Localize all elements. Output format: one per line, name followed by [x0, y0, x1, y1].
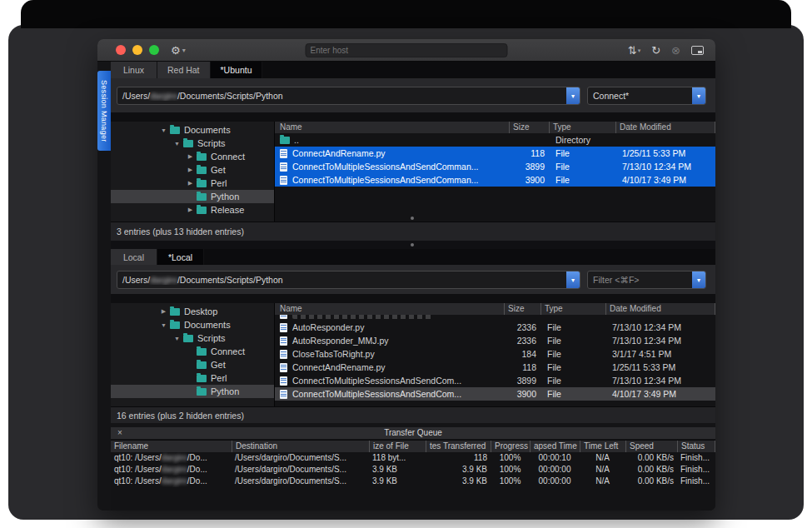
- folder-icon: [197, 388, 207, 396]
- remote-folder-tree: ▼Documents▼Scripts▶Connect▶Get▶PerlPytho…: [111, 122, 275, 222]
- session-tab-2-ubuntu[interactable]: *Ubuntu: [211, 62, 263, 78]
- path-prefix: /Users/: [122, 91, 150, 101]
- tree-item-desktop[interactable]: ▶Desktop: [111, 305, 274, 318]
- chevron-right-icon[interactable]: ▶: [186, 167, 195, 173]
- filename-prefix: qt10: /Users/: [114, 465, 162, 474]
- session-tab-0-linux[interactable]: Linux: [111, 62, 157, 78]
- file-row-connectandrename-py[interactable]: ConnectAndRename.py118File1/25/11 5:33 P…: [275, 361, 715, 374]
- disconnect-button[interactable]: ⊗: [671, 44, 680, 57]
- tree-item-get[interactable]: Get: [111, 358, 274, 371]
- file-date: 7/13/10 12:34 PM: [615, 162, 715, 172]
- file-row-connecttomultiplesessionsandsendcom[interactable]: ConnectToMultipleSessionsAndSendCom...38…: [275, 374, 715, 387]
- path-dropdown-button[interactable]: ▾: [566, 87, 580, 104]
- file-name-cell: ConnectToMultipleSessionsAndSendComman..…: [275, 175, 509, 185]
- file-row-connecttomultiplesessionsandsendcomman[interactable]: ConnectToMultipleSessionsAndSendComman..…: [275, 160, 715, 173]
- column-header-name[interactable]: Name: [275, 303, 504, 315]
- tree-item-perl[interactable]: ▶Perl: [111, 177, 274, 190]
- settings-menu-button[interactable]: ⚙ ▾: [171, 44, 186, 57]
- column-header-type[interactable]: Type: [549, 122, 615, 133]
- session-tab-1-red-hat[interactable]: Red Hat: [157, 62, 211, 78]
- transfer-queue-row[interactable]: qt10: /Users/dargiro/Do.../Users/dargiro…: [111, 464, 715, 476]
- filter-input[interactable]: Filter <⌘F> ▾: [587, 271, 706, 289]
- tree-item-perl[interactable]: Perl: [111, 371, 274, 385]
- queue-column-header-ize-of-file[interactable]: ize of File: [369, 441, 426, 452]
- column-header-size[interactable]: Size: [509, 122, 549, 133]
- column-header-type[interactable]: Type: [541, 303, 605, 315]
- connect-dropdown[interactable]: Connect* ▾: [587, 87, 706, 105]
- queue-filename: qt10: /Users/dargiro/Do...: [111, 476, 232, 487]
- tree-item-python[interactable]: Python: [111, 385, 274, 398]
- folder-icon: [170, 127, 180, 134]
- file-row-autoresponder-mmj-py[interactable]: AutoResponder_MMJ.py2336File7/13/10 12:3…: [275, 334, 715, 347]
- queue-size-of-file: 3.9 KB: [369, 464, 426, 476]
- tree-item-connect[interactable]: Connect: [111, 345, 274, 358]
- path-dropdown-button[interactable]: ▾: [566, 271, 580, 288]
- enter-host-input[interactable]: [306, 43, 508, 57]
- tree-item-documents[interactable]: ▼Documents: [111, 318, 274, 331]
- chevron-down-icon[interactable]: ▼: [172, 336, 182, 341]
- column-header-date-modified[interactable]: Date Modified: [605, 303, 715, 315]
- partially-scrolled-row[interactable]: [275, 315, 715, 321]
- sync-button[interactable]: ↻: [651, 44, 660, 57]
- transfer-queue-row[interactable]: qt10: /Users/dargiro/Do.../Users/dargiro…: [111, 452, 715, 464]
- column-header-name[interactable]: Name: [275, 122, 509, 133]
- chevron-down-icon[interactable]: ▼: [159, 322, 168, 328]
- file-size: 2336: [504, 336, 541, 346]
- queue-column-header-progress[interactable]: Progress: [491, 441, 530, 452]
- queue-column-header-status[interactable]: Status: [677, 441, 715, 452]
- tree-item-scripts[interactable]: ▼Scripts: [111, 331, 274, 345]
- queue-column-header-destination[interactable]: Destination: [232, 441, 369, 452]
- close-window-button[interactable]: [116, 45, 126, 55]
- connect-dropdown-button[interactable]: ▾: [692, 87, 705, 104]
- session-manager-tab[interactable]: Session Manager: [97, 71, 111, 151]
- column-header-size[interactable]: Size: [504, 303, 541, 315]
- blurred-username: dargiro: [150, 91, 177, 101]
- filter-dropdown-button[interactable]: ▾: [692, 271, 705, 288]
- queue-size-of-file: 118 byt...: [369, 452, 426, 464]
- tree-item-release[interactable]: ▶Release: [111, 203, 274, 217]
- remote-file-rows: ..DirectoryConnectAndRename.py118File1/2…: [275, 133, 715, 187]
- chevron-right-icon[interactable]: ▶: [186, 180, 195, 187]
- queue-column-header-apsed-time[interactable]: apsed Time: [530, 441, 580, 452]
- local-path-input[interactable]: /Users/dargiro/Documents/Scripts/Python …: [117, 271, 580, 289]
- column-header-date-modified[interactable]: Date Modified: [615, 122, 715, 133]
- file-row-connecttomultiplesessionsandsendcomman[interactable]: ConnectToMultipleSessionsAndSendComman..…: [275, 173, 715, 187]
- transfer-queue-row[interactable]: qt10: /Users/dargiro/Do.../Users/dargiro…: [111, 476, 715, 487]
- zoom-window-button[interactable]: [149, 45, 159, 55]
- minimize-window-button[interactable]: [132, 45, 142, 55]
- file-size: 3899: [504, 376, 541, 386]
- queue-progress: 100%: [491, 476, 530, 487]
- close-icon[interactable]: ×: [117, 427, 122, 439]
- remote-file-list-header: NameSizeTypeDate Modified: [275, 122, 715, 133]
- chevron-down-icon[interactable]: ▼: [159, 127, 168, 133]
- local-tab-1-local[interactable]: *Local: [157, 249, 204, 265]
- tree-item-scripts[interactable]: ▼Scripts: [111, 137, 274, 150]
- file-row-closetabstoright-py[interactable]: CloseTabsToRight.py184File3/1/17 4:51 PM: [275, 347, 715, 361]
- file-name: ..: [294, 135, 299, 145]
- chevron-down-icon[interactable]: ▼: [172, 141, 182, 147]
- remote-path-input[interactable]: /Users/dargiro/Documents/Scripts/Python …: [117, 87, 580, 105]
- file-row-autoresponder-py[interactable]: AutoResponder.py2336File7/13/10 12:34 PM: [275, 321, 715, 334]
- blurred-username: dargiro: [162, 476, 187, 486]
- queue-bytes-transferred: 3.9 KB: [426, 476, 491, 487]
- local-tab-0-local[interactable]: Local: [111, 249, 157, 265]
- file-row-connecttomultiplesessionsandsendcom[interactable]: ConnectToMultipleSessionsAndSendCom...39…: [275, 387, 715, 401]
- file-row-connectandrename-py[interactable]: ConnectAndRename.py118File1/25/11 5:33 P…: [275, 147, 715, 160]
- chevron-right-icon[interactable]: ▶: [186, 153, 195, 160]
- tree-item-documents[interactable]: ▼Documents: [111, 123, 274, 137]
- file-name: ConnectToMultipleSessionsAndSendComman..…: [292, 175, 479, 185]
- console-button[interactable]: [691, 46, 704, 55]
- transfer-toggle-button[interactable]: ⇅▾: [628, 44, 640, 57]
- queue-column-header-filename[interactable]: Filename: [111, 441, 232, 452]
- tree-item-connect[interactable]: ▶Connect: [111, 150, 274, 163]
- queue-column-header-speed[interactable]: Speed: [625, 441, 677, 452]
- queue-elapsed-time: 00:00:00: [530, 464, 580, 476]
- chevron-right-icon[interactable]: ▶: [159, 308, 168, 315]
- tree-item-python[interactable]: Python: [111, 190, 274, 203]
- chevron-right-icon[interactable]: ▶: [186, 207, 195, 213]
- file-row-item[interactable]: ..Directory: [275, 133, 715, 147]
- queue-column-header-time-left[interactable]: Time Left: [580, 441, 625, 452]
- queue-column-header-tes-transferred[interactable]: tes Transferred: [426, 441, 491, 452]
- file-icon: [280, 315, 287, 319]
- tree-item-get[interactable]: ▶Get: [111, 163, 274, 177]
